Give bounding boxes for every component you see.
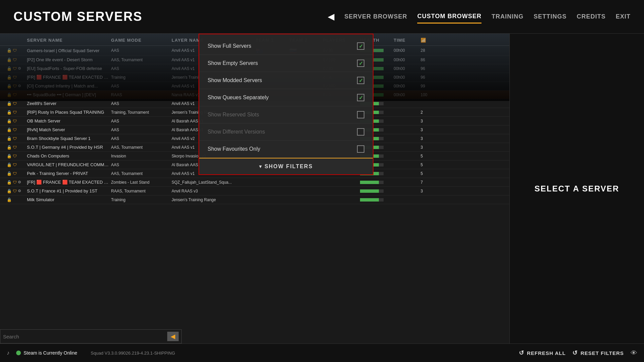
nav-back-icon[interactable]: ◀ xyxy=(328,11,334,22)
nav-links: ◀ SERVER BROWSER CUSTOM BROWSER TRAINING… xyxy=(328,10,631,24)
lock-icon: 🔒 xyxy=(7,180,12,185)
steam-status-label: Steam is Currently Online xyxy=(24,350,77,356)
search-input[interactable] xyxy=(3,334,165,339)
ping-value: 5 xyxy=(421,171,441,176)
filter-label: Show Reserved Slots xyxy=(208,112,259,118)
ping-value: 96 xyxy=(421,66,441,71)
server-name: S.O.T | France #1 | Provided by 1ST xyxy=(27,188,111,193)
table-row[interactable]: 🔒 🛡 ⚙ [FR] 🟥 FRANCE 🟥 TEAM EXACTED 🟥 ZOM… xyxy=(0,178,509,187)
game-mode: AAS xyxy=(111,162,172,167)
filter-checkbox[interactable] xyxy=(357,128,364,136)
ping-value: 96 xyxy=(421,75,441,80)
table-row[interactable]: 🔒 🛡 ⚙ S.O.T | France #1 | Provided by 1S… xyxy=(0,187,509,195)
shield-icon: 🛡 xyxy=(13,119,17,123)
lock-icon: 🔒 xyxy=(7,101,12,106)
server-name: [CI] Corrupted Infantry | Match and... xyxy=(27,83,111,88)
ping-value: 5 xyxy=(421,162,441,167)
filter-checkbox[interactable] xyxy=(357,111,364,118)
shield-icon: 🛡 xyxy=(13,110,17,115)
game-mode: RAAS, Tournament xyxy=(111,189,172,193)
filter-label: Show Full Servers xyxy=(208,43,251,49)
filter-row[interactable]: Show Empty Servers xyxy=(199,55,373,72)
nav-custom-browser[interactable]: CUSTOM BROWSER xyxy=(417,10,481,24)
reset-filters-button[interactable]: ↺ RESET FILTERS xyxy=(572,349,624,357)
filter-checkbox[interactable] xyxy=(357,94,364,101)
music-icon[interactable]: ♪ xyxy=(7,350,9,356)
reset-icon: ↺ xyxy=(572,349,578,357)
game-mode: AAS xyxy=(111,136,172,141)
col-header-icon xyxy=(7,38,27,43)
filter-row[interactable]: Show Queues Separately xyxy=(199,89,373,106)
server-name: [EU] SquadForts - Super-FOB defense xyxy=(27,66,111,71)
page-title: CUSTOM SERVERS xyxy=(13,9,142,24)
game-mode: AAS, Tournament xyxy=(111,171,172,176)
lock-icon: 🔒 xyxy=(7,136,12,141)
health-bar xyxy=(360,181,384,184)
time-value: 00h00 xyxy=(394,48,421,53)
filter-checkbox[interactable] xyxy=(357,42,364,50)
filter-row[interactable]: Show Full Servers xyxy=(199,38,373,55)
version-label: Squad V3.3.0.99026.219-4.23.1-SHIPPING xyxy=(91,351,175,356)
nav-exit[interactable]: EXIT xyxy=(616,10,631,23)
col-header-game-mode[interactable]: GAME MODE xyxy=(111,38,172,43)
steam-online-dot xyxy=(16,351,21,355)
nav-credits[interactable]: CREDITS xyxy=(577,10,606,23)
layer-name: Jensen's Training Range xyxy=(172,197,256,202)
ping-value: 99 xyxy=(421,84,441,88)
refresh-icon: ↺ xyxy=(519,349,524,357)
nav-settings[interactable]: SETTINGS xyxy=(534,10,567,23)
search-arrow-icon[interactable]: ◀ xyxy=(167,332,179,341)
filter-row[interactable]: Show Different Versions xyxy=(199,123,373,141)
row-icons: 🔒 🛡 ⚙ xyxy=(7,189,27,193)
row-icons: 🔒 🛡 xyxy=(7,75,27,80)
chevron-down-icon: ▾ xyxy=(259,163,262,170)
filter-row[interactable]: Show Modded Servers xyxy=(199,72,373,89)
shield-icon: 🛡 xyxy=(13,58,17,62)
row-icons: 🔒 🛡 xyxy=(7,48,27,53)
nav-training[interactable]: TRAINING xyxy=(492,10,524,23)
shield-icon: 🛡 xyxy=(13,145,17,150)
row-icons: 🔒 🛡 xyxy=(7,145,27,150)
row-icons: 🔒 🛡 xyxy=(7,110,27,115)
ping-value: 28 xyxy=(421,48,441,53)
eye-icon[interactable]: 👁 xyxy=(631,349,637,357)
shield-icon: 🛡 xyxy=(13,136,17,141)
health-bar-fill xyxy=(360,189,379,193)
lock-icon: 🔒 xyxy=(7,93,12,97)
health-bar-fill xyxy=(360,198,379,202)
server-name: [P2] One life event - Desert Storm xyxy=(27,57,111,62)
refresh-all-button[interactable]: ↺ REFRESH ALL xyxy=(519,349,566,357)
lock-icon: 🔒 xyxy=(7,58,12,62)
lock-icon: 🔒 xyxy=(7,154,12,158)
lock-icon: 🔒 xyxy=(7,189,12,193)
lock-icon: 🔒 xyxy=(7,84,12,88)
nav-server-browser[interactable]: SERVER BROWSER xyxy=(345,10,407,23)
row-icons: 🔒 🛡 ⚙ xyxy=(7,180,27,185)
filter-row[interactable]: Show Favourites Only xyxy=(199,141,373,158)
server-name: [FR] 🟥 FRANCE 🟥 TEAM EXACTED 🟥 TRAI... xyxy=(27,75,111,80)
filter-checkbox[interactable] xyxy=(357,77,364,84)
shield-icon: 🛡 xyxy=(13,66,17,71)
shield-icon: 🛡 xyxy=(13,189,17,193)
show-filters-bar[interactable]: ▾ SHOW FILTERS xyxy=(199,158,373,174)
refresh-label: REFRESH ALL xyxy=(527,350,566,356)
table-row[interactable]: 🔒 Milk Simulator Training Jensen's Train… xyxy=(0,195,509,204)
ping-value: 2 xyxy=(421,110,441,115)
filter-checkbox[interactable] xyxy=(357,145,364,153)
col-header-server-name[interactable]: SERVER NAME xyxy=(27,38,111,43)
server-name: [RIP] Rusty In Places Squad TRAINING xyxy=(27,110,111,115)
col-header-ping[interactable]: 📶 xyxy=(421,38,441,43)
server-name: Pelk - Training Server - PRIVAT xyxy=(27,171,111,176)
game-mode: Training xyxy=(111,75,172,80)
shield-icon: 🛡 xyxy=(13,180,17,185)
time-value: 00h00 xyxy=(394,66,421,71)
lock-icon: 🔒 xyxy=(7,48,12,53)
reset-label: RESET FILTERS xyxy=(580,350,624,356)
ping-value: 3 xyxy=(421,136,441,141)
filter-row[interactable]: Show Reserved Slots xyxy=(199,106,373,123)
col-header-time[interactable]: TIME xyxy=(394,38,421,43)
server-list-area: SERVER NAME GAME MODE LAYER NAME TEAM 1 … xyxy=(0,34,509,343)
row-icons: 🔒 🛡 xyxy=(7,171,27,176)
show-filters-label: SHOW FILTERS xyxy=(264,164,313,170)
filter-checkbox[interactable] xyxy=(357,60,364,67)
